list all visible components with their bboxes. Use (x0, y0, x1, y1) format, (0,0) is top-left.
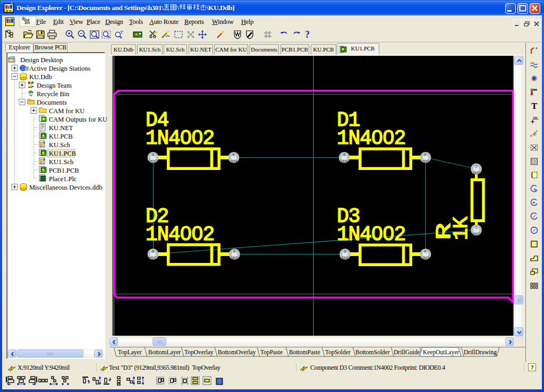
svg-text:KU.Sch: KU.Sch (49, 141, 71, 149)
svg-text:TopOverlay: TopOverlay (184, 349, 214, 356)
svg-text:BottomLayer: BottomLayer (148, 349, 181, 356)
svg-text:CAM Outputs for KU: CAM Outputs for KU (49, 116, 107, 123)
svg-text:K: K (424, 152, 427, 157)
svg-text:10: 10 (532, 131, 537, 137)
svg-text:TopPaste: TopPaste (260, 349, 283, 356)
svg-text:Design Team: Design Team (37, 82, 72, 89)
svg-text:1D4: 1D4 (341, 159, 348, 164)
svg-text:KU.NET: KU.NET (49, 124, 73, 132)
svg-text:KU.Ddb: KU.Ddb (29, 73, 52, 81)
svg-text:K: K (232, 152, 235, 157)
svg-text:A: A (151, 152, 154, 157)
svg-text:A: A (343, 152, 345, 157)
svg-text:VCC: VCC (149, 159, 157, 164)
svg-text:1D4: 1D4 (230, 159, 237, 164)
svg-text:DrillDrawing: DrillDrawing (464, 349, 497, 356)
svg-text:TopLayer: TopLayer (118, 349, 142, 356)
svg-text:1D2: 1D2 (342, 255, 349, 260)
svg-text:K: K (233, 249, 236, 254)
svg-text:1D2: 1D2 (231, 255, 239, 260)
svg-text:BottomOverlay: BottomOverlay (218, 349, 256, 356)
svg-text:A: A (344, 249, 346, 254)
svg-text:1D3: 1D3 (422, 159, 429, 164)
svg-text:1D3: 1D3 (473, 171, 480, 175)
svg-text:K: K (424, 249, 427, 254)
svg-text:KU.PCB: KU.PCB (49, 133, 73, 140)
svg-text:1K: 1K (450, 216, 473, 240)
svg-text:2: 2 (475, 164, 477, 169)
svg-text:1N4002: 1N4002 (337, 127, 405, 150)
svg-text:KU1.Sch: KU1.Sch (49, 158, 74, 166)
svg-text:T: T (531, 101, 538, 110)
svg-text:Miscellaneous Devices.ddb: Miscellaneous Devices.ddb (29, 184, 102, 191)
svg-text:1D3: 1D3 (422, 255, 429, 260)
svg-text:10,10: 10,10 (533, 116, 539, 121)
svg-text:BottomPaste: BottomPaste (289, 349, 320, 355)
svg-text:Documents: Documents (37, 99, 67, 106)
svg-text:Recycle Bin: Recycle Bin (37, 90, 70, 98)
svg-text:?: ? (305, 29, 310, 40)
svg-text:CAM for KU: CAM for KU (49, 107, 84, 115)
svg-text:1N4002: 1N4002 (337, 223, 405, 246)
svg-text:VCC: VCC (149, 255, 157, 260)
svg-text:Active Design Stations: Active Design Stations (29, 65, 90, 72)
svg-text:1N4002: 1N4002 (146, 223, 214, 246)
svg-text:1: 1 (475, 225, 477, 230)
svg-text:DrillGuide: DrillGuide (394, 349, 420, 355)
svg-text:KeepOutLayer: KeepOutLayer (423, 349, 459, 356)
svg-text:KU1.PCB: KU1.PCB (49, 150, 76, 157)
svg-text:Place1.Plc: Place1.Plc (49, 175, 77, 183)
svg-text:BottomSolder: BottomSolder (355, 349, 390, 355)
svg-text:A: A (151, 249, 154, 254)
svg-text:VCC: VCC (472, 232, 481, 236)
svg-text:PCB1.PCB: PCB1.PCB (49, 167, 79, 174)
svg-text:1N4002: 1N4002 (146, 127, 214, 150)
svg-text:TopSolder: TopSolder (325, 349, 351, 356)
svg-text:Design Desktop: Design Desktop (20, 56, 63, 64)
